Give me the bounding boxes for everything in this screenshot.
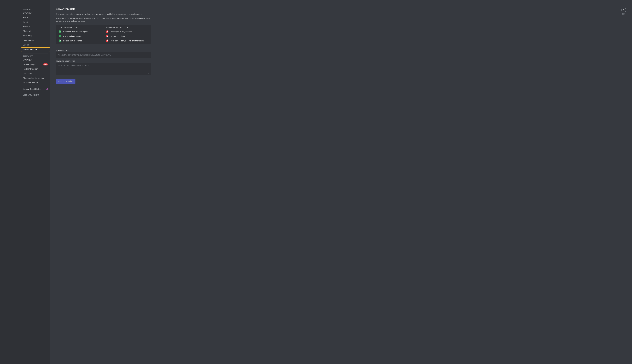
check-icon [59, 35, 61, 38]
sidebar-item-label: Roles [23, 16, 28, 19]
check-icon [59, 30, 61, 33]
generate-template-button[interactable]: Generate Template [56, 79, 76, 84]
boost-icon [46, 88, 48, 90]
esc-label: ESC [622, 13, 625, 15]
will-copy-label: Roles and permissions [63, 35, 82, 37]
sidebar-section-server: Eldritch [22, 8, 49, 11]
page-title: Server Template [56, 8, 151, 10]
settings-content: Server Template A server template is an … [50, 0, 632, 364]
sidebar-item-label: Discovery [23, 72, 32, 75]
sidebar-item-label: Membership Screening [23, 77, 44, 79]
sidebar-item-stickers[interactable]: Stickers [22, 24, 49, 29]
sidebar-section-user-management: User Management [22, 94, 49, 97]
template-copy-info-box: Templates will copy: Channels and channe… [56, 25, 151, 44]
cross-icon [106, 40, 108, 42]
check-icon [59, 40, 61, 42]
will-copy-item: Roles and permissions [59, 35, 101, 38]
sidebar-item-discovery[interactable]: Discovery [22, 72, 49, 76]
new-badge: New [43, 64, 48, 66]
template-title-input[interactable] [56, 52, 151, 58]
generate-template-label: Generate Template [58, 80, 73, 82]
sidebar-item-roles[interactable]: Roles [22, 16, 49, 20]
page-description-1: A server template is an easy way to shar… [56, 13, 151, 16]
sidebar-item-emoji[interactable]: Emoji [22, 20, 49, 24]
sidebar-item-server-boost-status[interactable]: Server Boost Status [22, 87, 49, 91]
template-title-label: Template Title [56, 50, 151, 51]
template-description-input[interactable] [56, 63, 151, 75]
sidebar-item-label: Stickers [23, 26, 30, 28]
sidebar-item-label: Widget [23, 44, 29, 46]
will-not-copy-header: Templates will not copy: [106, 27, 148, 28]
sidebar-item-audit-log[interactable]: Audit Log [22, 34, 49, 38]
template-description-label: Template Description [56, 60, 151, 62]
will-not-copy-item: Members or bots [106, 35, 148, 38]
will-not-copy-label: Messages or any content [110, 30, 132, 33]
sidebar-item-label: Welcome Screen [23, 82, 38, 84]
page-description-2: When someone uses your server template l… [56, 17, 151, 22]
sidebar-item-label: Partner Program [23, 68, 38, 70]
will-not-copy-label: Your server icon, Boosts, or other perks [110, 40, 144, 42]
will-copy-label: Channels and channel topics [63, 30, 88, 33]
sidebar-item-widget[interactable]: Widget [22, 43, 49, 47]
will-copy-item: Default server settings [59, 40, 101, 42]
close-button[interactable] [622, 8, 626, 12]
sidebar-item-label: Integrations [23, 39, 34, 42]
sidebar-item-label: Server Template [23, 49, 37, 51]
sidebar-item-welcome-screen[interactable]: Welcome Screen [22, 80, 49, 85]
sidebar-item-server-insights[interactable]: Server Insights New [22, 62, 49, 66]
sidebar-item-label: Overview [23, 59, 32, 61]
sidebar-item-community-overview[interactable]: Overview [22, 58, 49, 62]
sidebar-item-overview[interactable]: Overview [22, 11, 49, 15]
sidebar-item-partner-program[interactable]: Partner Program [22, 67, 49, 71]
content-divider [56, 47, 151, 47]
char-count: 120 [146, 72, 149, 74]
will-copy-header: Templates will copy: [59, 27, 101, 28]
sidebar-item-integrations[interactable]: Integrations [22, 38, 49, 42]
will-copy-column: Templates will copy: Channels and channe… [59, 27, 101, 42]
sidebar-item-label: Server Insights [23, 63, 36, 66]
sidebar-divider [23, 86, 48, 86]
sidebar-divider [23, 53, 48, 54]
will-not-copy-column: Templates will not copy: Messages or any… [106, 27, 148, 42]
will-not-copy-item: Messages or any content [106, 30, 148, 33]
sidebar-item-label: Emoji [23, 21, 28, 23]
cross-icon [106, 35, 108, 38]
sidebar-item-membership-screening[interactable]: Membership Screening [22, 76, 49, 80]
close-icon [623, 9, 625, 11]
sidebar-divider [23, 92, 48, 92]
sidebar-item-server-template[interactable]: Server Template [21, 47, 50, 52]
sidebar-item-label: Overview [23, 12, 32, 14]
sidebar-section-community: Community [22, 54, 49, 58]
will-copy-label: Default server settings [63, 40, 82, 42]
close-area: ESC [622, 8, 626, 15]
cross-icon [106, 30, 108, 33]
sidebar-item-moderation[interactable]: Moderation [22, 29, 49, 33]
will-copy-item: Channels and channel topics [59, 30, 101, 33]
sidebar-item-label: Server Boost Status [23, 88, 41, 90]
sidebar-item-label: Moderation [23, 30, 33, 32]
sidebar-item-label: Audit Log [23, 35, 32, 37]
will-not-copy-item: Your server icon, Boosts, or other perks [106, 40, 148, 42]
will-not-copy-label: Members or bots [110, 35, 125, 37]
settings-sidebar: Eldritch Overview Roles Emoji Stickers M… [0, 0, 50, 364]
